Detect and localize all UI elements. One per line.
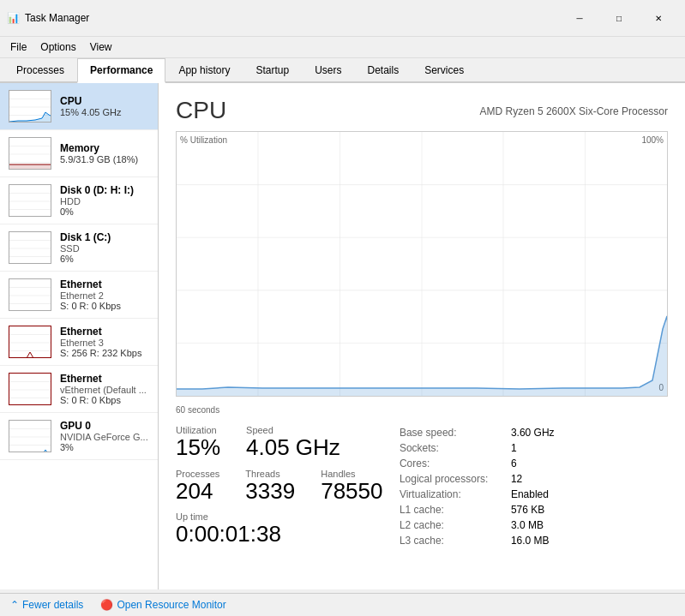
processes-value: 204 bbox=[176, 479, 219, 504]
sidebar-item-eth3[interactable]: Ethernet vEthernet (Default ... S: 0 R: … bbox=[0, 366, 158, 413]
tab-users[interactable]: Users bbox=[302, 58, 354, 83]
processes-label: Processes bbox=[176, 469, 219, 479]
spec-l3: L3 cache: 16.0 MB bbox=[400, 533, 668, 548]
threads-stat: Threads 3339 bbox=[245, 469, 295, 504]
spec-l2: L2 cache: 3.0 MB bbox=[400, 517, 668, 533]
sidebar-item-eth2[interactable]: Ethernet Ethernet 3 S: 256 R: 232 Kbps bbox=[0, 319, 158, 366]
tab-startup[interactable]: Startup bbox=[243, 58, 302, 83]
gpu0-sidebar-title: GPU 0 bbox=[60, 420, 149, 432]
detail-title: CPU bbox=[176, 97, 226, 124]
tab-apphistory[interactable]: App history bbox=[165, 58, 243, 83]
disk1-sidebar-sub: SSD bbox=[60, 243, 149, 254]
window-controls: ─ □ ✕ bbox=[560, 5, 678, 31]
disk1-sidebar-info: Disk 1 (C:) SSD 6% bbox=[60, 231, 149, 264]
proc-threads-row: Processes 204 Threads 3339 Handles 78550 bbox=[176, 469, 400, 504]
l3-value: 16.0 MB bbox=[511, 533, 668, 548]
sidebar-item-disk1[interactable]: Disk 1 (C:) SSD 6% bbox=[0, 224, 158, 272]
bottom-bar: ⌃ Fewer details 🔴 Open Resource Monitor bbox=[0, 593, 685, 616]
disk0-sidebar-info: Disk 0 (D: H: I:) HDD 0% bbox=[60, 184, 149, 217]
spec-l1: L1 cache: 576 KB bbox=[400, 502, 668, 517]
threads-value: 3339 bbox=[245, 479, 295, 504]
resource-monitor-link[interactable]: 🔴 Open Resource Monitor bbox=[100, 599, 225, 611]
virt-label: Virtualization: bbox=[400, 487, 511, 502]
svg-marker-9 bbox=[9, 164, 51, 170]
sidebar-item-cpu[interactable]: CPU 15% 4.05 GHz bbox=[0, 83, 158, 130]
eth1-sidebar-val: S: 0 R: 0 Kbps bbox=[60, 301, 149, 311]
specs-table-area: Base speed: 3.60 GHz Sockets: 1 Cores: 6… bbox=[400, 425, 668, 555]
menu-view[interactable]: View bbox=[83, 39, 119, 56]
sidebar-item-memory[interactable]: Memory 5.9/31.9 GB (18%) bbox=[0, 130, 158, 177]
spec-basespeed: Base speed: 3.60 GHz bbox=[400, 425, 668, 440]
fewer-details-link[interactable]: ⌃ Fewer details bbox=[10, 599, 83, 611]
gpu0-sidebar-val: 3% bbox=[60, 442, 149, 452]
disk1-sidebar-title: Disk 1 (C:) bbox=[60, 231, 149, 243]
disk0-sidebar-sub: HDD bbox=[60, 196, 149, 206]
handles-label: Handles bbox=[321, 469, 382, 479]
tab-details[interactable]: Details bbox=[354, 58, 412, 83]
cpu-thumbnail bbox=[9, 90, 51, 123]
detail-subtitle: AMD Ryzen 5 2600X Six-Core Processor bbox=[480, 105, 668, 117]
menu-options[interactable]: Options bbox=[33, 39, 82, 56]
cores-label: Cores: bbox=[400, 456, 511, 471]
menu-bar: File Options View bbox=[0, 37, 685, 58]
sockets-label: Sockets: bbox=[400, 440, 511, 456]
disk1-thumbnail bbox=[9, 231, 51, 264]
gpu0-thumbnail bbox=[9, 420, 51, 452]
l2-label: L2 cache: bbox=[400, 517, 511, 533]
sidebar-item-gpu0[interactable]: GPU 0 NVIDIA GeForce G... 3% bbox=[0, 413, 158, 460]
close-button[interactable]: ✕ bbox=[639, 5, 678, 31]
stats-left: Utilization 15% Speed 4.05 GHz Processes… bbox=[176, 425, 400, 555]
minimize-button[interactable]: ─ bbox=[560, 5, 599, 31]
sidebar-item-eth1[interactable]: Ethernet Ethernet 2 S: 0 R: 0 Kbps bbox=[0, 272, 158, 319]
cpu-sidebar-info: CPU 15% 4.05 GHz bbox=[60, 95, 149, 117]
processes-stat: Processes 204 bbox=[176, 469, 219, 504]
l3-label: L3 cache: bbox=[400, 533, 511, 548]
handles-value: 78550 bbox=[321, 479, 382, 504]
uptime-stat: Up time 0:00:01:38 bbox=[176, 511, 400, 547]
tab-processes[interactable]: Processes bbox=[3, 58, 77, 83]
l1-label: L1 cache: bbox=[400, 502, 511, 517]
spec-virt: Virtualization: Enabled bbox=[400, 487, 668, 502]
memory-sidebar-info: Memory 5.9/31.9 GB (18%) bbox=[60, 142, 149, 164]
virt-value: Enabled bbox=[511, 487, 668, 502]
eth3-sidebar-title: Ethernet bbox=[60, 373, 149, 385]
gpu0-sidebar-info: GPU 0 NVIDIA GeForce G... 3% bbox=[60, 420, 149, 452]
svg-rect-26 bbox=[9, 374, 51, 405]
chart-time-label: 60 seconds bbox=[176, 405, 668, 415]
menu-file[interactable]: File bbox=[3, 39, 33, 56]
chart-svg bbox=[177, 132, 667, 396]
eth2-thumbnail bbox=[9, 326, 51, 358]
util-speed-row: Utilization 15% Speed 4.05 GHz bbox=[176, 425, 400, 460]
eth1-sidebar-title: Ethernet bbox=[60, 278, 149, 290]
utilization-stat: Utilization 15% bbox=[176, 425, 220, 460]
handles-stat: Handles 78550 bbox=[321, 469, 382, 504]
eth2-sidebar-info: Ethernet Ethernet 3 S: 256 R: 232 Kbps bbox=[60, 326, 149, 358]
memory-thumbnail bbox=[9, 137, 51, 170]
eth1-sidebar-sub: Ethernet 2 bbox=[60, 290, 149, 301]
tab-performance[interactable]: Performance bbox=[77, 58, 165, 83]
cpu-sidebar-val: 15% 4.05 GHz bbox=[60, 107, 149, 117]
eth2-sidebar-val: S: 256 R: 232 Kbps bbox=[60, 348, 149, 358]
eth2-sidebar-title: Ethernet bbox=[60, 326, 149, 338]
speed-stat: Speed 4.05 GHz bbox=[246, 425, 340, 460]
spec-logical: Logical processors: 12 bbox=[400, 471, 668, 487]
specs-table: Base speed: 3.60 GHz Sockets: 1 Cores: 6… bbox=[400, 425, 668, 548]
maximize-button[interactable]: □ bbox=[599, 5, 639, 31]
tab-bar: Processes Performance App history Startu… bbox=[0, 58, 685, 83]
l2-value: 3.0 MB bbox=[511, 517, 668, 533]
base-speed-label: Base speed: bbox=[400, 425, 511, 440]
uptime-value: 0:00:01:38 bbox=[176, 522, 400, 547]
stats-area: Utilization 15% Speed 4.05 GHz Processes… bbox=[176, 425, 668, 555]
l1-value: 576 KB bbox=[511, 502, 668, 517]
speed-value: 4.05 GHz bbox=[246, 435, 340, 460]
utilization-value: 15% bbox=[176, 435, 220, 460]
app-title: Task Manager bbox=[25, 12, 89, 24]
eth2-sidebar-sub: Ethernet 3 bbox=[60, 338, 149, 348]
cpu-sidebar-title: CPU bbox=[60, 95, 149, 107]
detail-panel: CPU AMD Ryzen 5 2600X Six-Core Processor… bbox=[159, 83, 685, 589]
sidebar-item-disk0[interactable]: Disk 0 (D: H: I:) HDD 0% bbox=[0, 177, 158, 224]
spec-cores: Cores: 6 bbox=[400, 456, 668, 471]
tab-services[interactable]: Services bbox=[412, 58, 477, 83]
svg-rect-30 bbox=[9, 421, 51, 452]
title-bar: 📊 Task Manager ─ □ ✕ bbox=[0, 0, 685, 37]
